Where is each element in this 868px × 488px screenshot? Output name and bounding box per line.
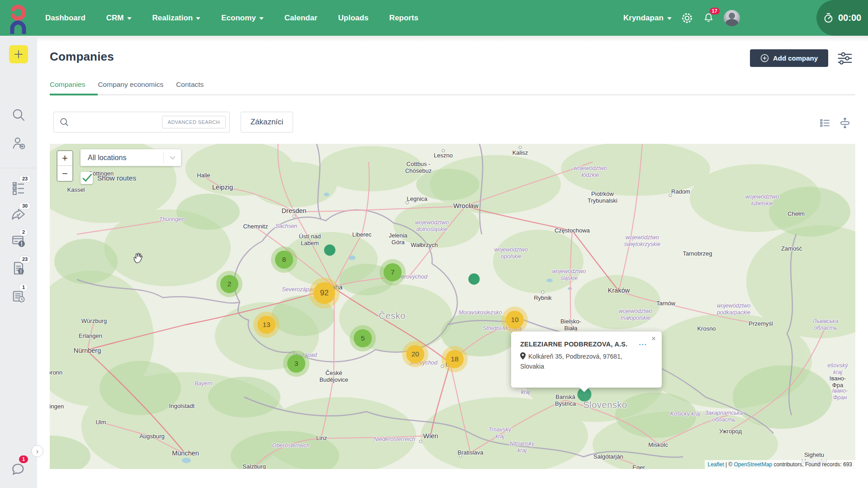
- chevron-down-icon: [259, 17, 264, 20]
- tab-contacts[interactable]: Contacts: [176, 81, 204, 96]
- search-input[interactable]: [74, 118, 162, 126]
- sidebar-divider: [0, 168, 37, 168]
- map-cluster-marker[interactable]: 13: [253, 312, 280, 338]
- openstreetmap-link[interactable]: OpenStreetMap: [734, 461, 773, 468]
- map-cluster-marker[interactable]: 92: [309, 278, 340, 308]
- sidebar-tasks-button[interactable]: 23: [0, 180, 37, 196]
- map-tiles: [50, 144, 855, 469]
- main-menu: Dashboard CRM Realization Economy Calend…: [45, 0, 418, 36]
- locations-dropdown[interactable]: All locations: [81, 149, 181, 166]
- notification-count-badge: 17: [710, 8, 720, 14]
- menu-uploads[interactable]: Uploads: [338, 14, 369, 23]
- map-zoom-control: + −: [57, 150, 73, 182]
- logo-navy-arc: [12, 23, 24, 34]
- cluster-count: 20: [406, 345, 424, 363]
- app-window: Dashboard CRM Realization Economy Calend…: [0, 0, 868, 488]
- cluster-count: 5: [354, 329, 372, 347]
- map-cluster-marker[interactable]: 18: [441, 346, 468, 372]
- popup-company-address: Kolkáreň 35, Podbrezová, 97681, Slovakia: [520, 352, 654, 371]
- documents-count-badge: 23: [19, 256, 31, 263]
- location-pin-icon: [520, 352, 526, 362]
- approvals-count-badge: 30: [19, 202, 31, 210]
- menu-dashboard[interactable]: Dashboard: [45, 14, 85, 23]
- app-logo[interactable]: [6, 2, 30, 35]
- menu-calendar[interactable]: Calendar: [285, 14, 318, 23]
- header-shadow: [37, 36, 868, 42]
- show-routes-label: Show routes: [97, 174, 136, 182]
- sidebar-invoices-button[interactable]: 2: [0, 233, 37, 249]
- timer-icon: [822, 12, 835, 24]
- navbar-right: Kryndapan 17: [623, 0, 740, 36]
- logo-red-ring: [12, 7, 24, 19]
- map-cluster-marker[interactable]: 2: [216, 271, 242, 297]
- zoom-in-button[interactable]: +: [57, 151, 72, 166]
- map-cluster-marker[interactable]: 20: [402, 341, 428, 367]
- add-contact-icon: [10, 135, 27, 152]
- map-cluster-marker[interactable]: 3: [283, 351, 309, 377]
- notifications-button[interactable]: 17: [702, 12, 715, 24]
- menu-crm[interactable]: CRM: [106, 14, 132, 23]
- sidebar-expand-button[interactable]: ›: [31, 445, 43, 457]
- cluster-count: 3: [287, 355, 305, 373]
- list-icon: [819, 117, 831, 129]
- list-view-button[interactable]: [819, 117, 831, 129]
- locations-dropdown-value: All locations: [81, 154, 163, 162]
- map-cluster-marker[interactable]: 7: [379, 259, 406, 285]
- time-tracker[interactable]: 00:00: [816, 0, 868, 36]
- sidebar-documents-button[interactable]: 23: [0, 260, 37, 276]
- company-search-box: ADVANCED SEARCH: [53, 112, 230, 133]
- chevron-down-icon: [164, 156, 181, 160]
- menu-realization[interactable]: Realization: [152, 14, 201, 23]
- cluster-count: 18: [446, 350, 464, 368]
- top-navbar: Dashboard CRM Realization Economy Calend…: [0, 0, 868, 36]
- sidebar-chat-button[interactable]: 1: [0, 460, 37, 477]
- tab-company-economics[interactable]: Company economics: [98, 81, 163, 96]
- settings-button[interactable]: [681, 12, 693, 24]
- chat-count-badge: 1: [19, 455, 28, 463]
- cluster-count: 2: [220, 275, 238, 293]
- view-settings-button[interactable]: [836, 51, 854, 66]
- map-cluster-marker[interactable]: 10: [502, 307, 528, 333]
- popup-menu-button[interactable]: ...: [639, 341, 647, 345]
- user-name: Kryndapan: [623, 14, 664, 23]
- cluster-count: 7: [384, 263, 402, 281]
- expand-vertical-icon: [839, 116, 851, 130]
- popup-close-button[interactable]: ×: [650, 334, 658, 343]
- attribution-suffix: contributors, Found records: 693: [772, 461, 852, 468]
- sidebar-approvals-button[interactable]: 30: [0, 207, 37, 223]
- sidebar-search-button[interactable]: [0, 107, 37, 123]
- zoom-out-button[interactable]: −: [57, 166, 72, 181]
- chevron-down-icon: [667, 17, 672, 20]
- left-sidebar: 23 30 2: [0, 36, 37, 488]
- sliders-icon: [836, 51, 854, 66]
- map-cluster-marker[interactable]: 5: [350, 325, 376, 351]
- cluster-count: 92: [313, 282, 335, 304]
- tabs-underline: [50, 94, 855, 95]
- search-icon: [11, 107, 26, 123]
- cluster-count: 8: [275, 251, 293, 269]
- sidebar-orders-button[interactable]: 1: [0, 288, 37, 304]
- advanced-search-button[interactable]: ADVANCED SEARCH: [162, 116, 226, 128]
- add-company-button[interactable]: Add company: [750, 49, 828, 67]
- map-company-marker[interactable]: [324, 245, 336, 256]
- plus-circle-icon: [760, 54, 769, 62]
- check-icon: [81, 172, 93, 184]
- user-menu[interactable]: Kryndapan: [623, 14, 672, 23]
- sidebar-add-contact-button[interactable]: [0, 135, 37, 152]
- map-attribution: Leaflet | © OpenStreetMap contributors, …: [705, 460, 855, 469]
- show-routes-checkbox[interactable]: [81, 172, 93, 184]
- menu-economy[interactable]: Economy: [221, 14, 264, 23]
- page-title: Companies: [50, 50, 114, 64]
- customer-filter-button[interactable]: Zákazníci: [241, 112, 293, 133]
- menu-reports[interactable]: Reports: [389, 14, 418, 23]
- avatar[interactable]: [724, 10, 740, 26]
- companies-map[interactable]: KaliszLesznoCottbus - Chóśebuzwojewództw…: [50, 144, 855, 469]
- map-cluster-marker[interactable]: 8: [271, 246, 297, 273]
- expand-rows-button[interactable]: [839, 117, 851, 129]
- popup-company-name[interactable]: ZELEZIARNE PODBREZOVA, A.S.: [520, 341, 639, 348]
- leaflet-link[interactable]: Leaflet: [708, 461, 724, 468]
- orders-count-badge: 1: [19, 284, 28, 291]
- map-company-marker[interactable]: [469, 274, 480, 285]
- quick-add-button[interactable]: [9, 45, 28, 63]
- invoices-count-badge: 2: [19, 228, 28, 236]
